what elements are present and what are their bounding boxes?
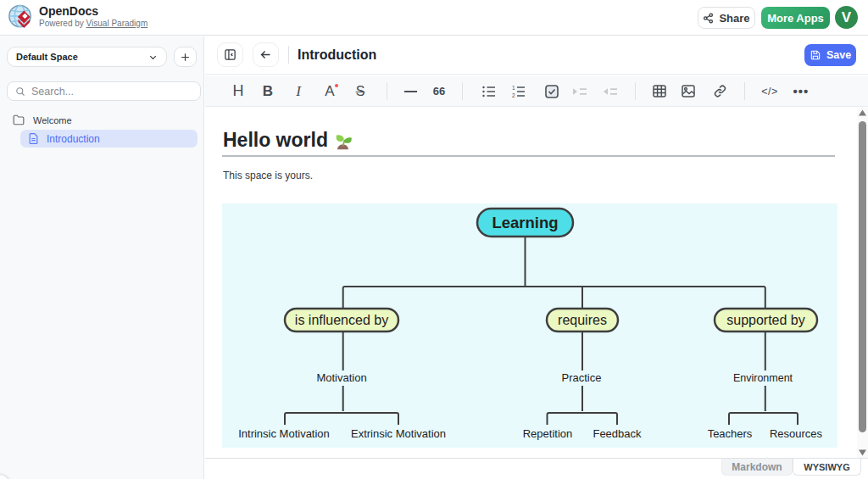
- svg-text:Intrinsic Motivation: Intrinsic Motivation: [238, 427, 330, 440]
- svg-text:2: 2: [512, 92, 515, 97]
- svg-text:Teachers: Teachers: [708, 427, 753, 440]
- svg-text:Repetition: Repetition: [523, 427, 573, 440]
- svg-text:Feedback: Feedback: [593, 427, 642, 440]
- svg-text:Practice: Practice: [562, 371, 602, 384]
- svg-text:supported by: supported by: [726, 313, 805, 327]
- svg-text:Motivation: Motivation: [316, 371, 366, 384]
- svg-text:Environment: Environment: [733, 372, 793, 384]
- svg-text:is influenced by: is influenced by: [295, 313, 388, 327]
- svg-text:Learning: Learning: [492, 214, 558, 231]
- svg-text:Resources: Resources: [770, 427, 823, 440]
- svg-text:1: 1: [512, 86, 515, 91]
- svg-text:Extrinsic Motivation: Extrinsic Motivation: [351, 427, 446, 440]
- svg-text:requires: requires: [558, 313, 607, 327]
